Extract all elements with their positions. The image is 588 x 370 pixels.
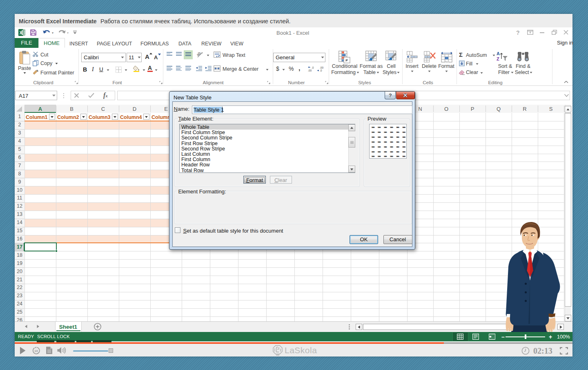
- svg-text:.00: .00: [308, 69, 312, 72]
- svg-text:≠: ≠: [345, 58, 348, 63]
- svg-text:.0: .0: [320, 69, 322, 72]
- svg-text:.00: .00: [320, 66, 323, 69]
- svg-text:A: A: [497, 51, 500, 56]
- svg-text:10: 10: [34, 349, 38, 353]
- svg-text:Z: Z: [497, 56, 499, 61]
- svg-text:.0: .0: [312, 66, 314, 69]
- svg-text:X: X: [20, 31, 22, 35]
- svg-text:ab: ab: [197, 52, 202, 57]
